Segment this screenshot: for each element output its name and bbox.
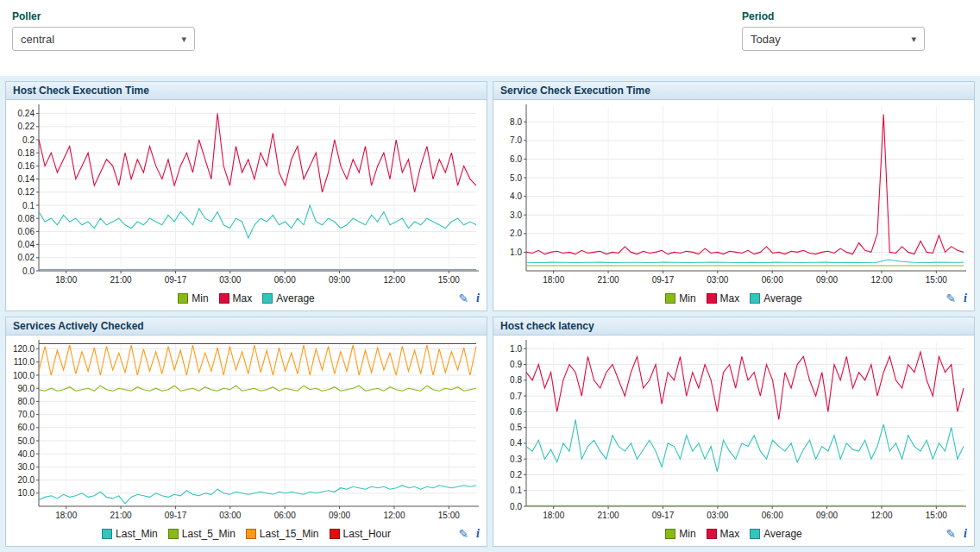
legend-label: Last_15_Min	[260, 528, 319, 540]
legend-item-last_15_min[interactable]: Last_15_Min	[246, 528, 319, 540]
svg-text:09-17: 09-17	[165, 511, 187, 520]
legend-item-min[interactable]: Min	[178, 292, 208, 304]
legend-item-max[interactable]: Max	[707, 528, 740, 540]
filter-bar: Poller central ▾ Period Today ▾	[0, 0, 980, 76]
period-filter-group: Period Today ▾	[742, 10, 925, 76]
svg-text:0.08: 0.08	[18, 214, 35, 223]
chevron-down-icon: ▾	[181, 34, 186, 45]
panel-host-check-latency: Host check latency 1.00.90.80.70.60.50.4…	[493, 317, 975, 547]
svg-text:18:00: 18:00	[543, 275, 564, 285]
edit-graph-icon[interactable]: ✎	[945, 292, 956, 305]
svg-text:03:00: 03:00	[219, 275, 241, 285]
edit-graph-icon[interactable]: ✎	[945, 527, 956, 541]
legend-swatch	[750, 293, 760, 304]
svg-text:09-17: 09-17	[652, 511, 675, 520]
svg-text:15:00: 15:00	[926, 275, 947, 285]
poller-select[interactable]: central ▾	[12, 27, 195, 51]
chart-legend-row: Last_MinLast_5_MinLast_15_MinLast_Hour ✎…	[6, 524, 487, 544]
svg-text:20.0: 20.0	[18, 475, 35, 485]
legend-item-last_5_min[interactable]: Last_5_Min	[168, 528, 236, 540]
svg-text:50.0: 50.0	[18, 436, 35, 446]
legend-swatch	[168, 529, 179, 539]
svg-text:0.12: 0.12	[18, 187, 35, 197]
svg-text:0.2: 0.2	[22, 135, 35, 145]
svg-text:90.0: 90.0	[18, 384, 35, 393]
edit-graph-icon[interactable]: ✎	[458, 292, 468, 305]
legend-item-min[interactable]: Min	[665, 292, 695, 304]
svg-text:09:00: 09:00	[816, 275, 838, 285]
svg-text:8.0: 8.0	[510, 117, 522, 127]
svg-text:09-17: 09-17	[165, 275, 187, 285]
panel-service-check-execution-time: Service Check Execution Time 8.07.06.05.…	[493, 81, 975, 311]
chart-area: 120.0110.0100.090.080.070.060.050.040.03…	[6, 336, 487, 524]
svg-text:21:00: 21:00	[598, 511, 619, 520]
svg-text:0.6: 0.6	[510, 407, 522, 417]
legend-label: Last_Hour	[343, 528, 391, 540]
legend-label: Average	[763, 528, 801, 540]
svg-text:1.0: 1.0	[510, 248, 522, 257]
legend-label: Min	[679, 292, 695, 304]
chart-legend-row: MinMaxAverage ✎ i	[6, 288, 487, 309]
legend-item-average[interactable]: Average	[750, 528, 801, 540]
panel-host-check-execution-time: Host Check Execution Time 0.240.220.20.1…	[5, 81, 487, 311]
legend-items: MinMaxAverage	[665, 528, 802, 540]
chart-area: 1.00.90.80.70.60.50.40.30.20.10.018:0021…	[493, 336, 974, 524]
svg-text:15:00: 15:00	[438, 275, 460, 285]
host-check-latency-chart: 1.00.90.80.70.60.50.40.30.20.10.018:0021…	[493, 336, 974, 524]
svg-text:21:00: 21:00	[110, 511, 132, 520]
info-icon[interactable]: i	[476, 292, 480, 305]
period-label: Period	[742, 10, 925, 22]
chart-legend-row: MinMaxAverage ✎ i	[493, 288, 974, 309]
legend-label: Last_5_Min	[182, 528, 236, 540]
svg-text:06:00: 06:00	[274, 275, 296, 285]
svg-text:30.0: 30.0	[18, 462, 35, 472]
svg-text:0.18: 0.18	[18, 148, 35, 158]
svg-text:12:00: 12:00	[870, 511, 892, 520]
svg-text:0.24: 0.24	[18, 109, 35, 118]
legend-item-last_min[interactable]: Last_Min	[102, 528, 158, 540]
svg-text:40.0: 40.0	[18, 449, 35, 459]
svg-text:09:00: 09:00	[329, 511, 350, 520]
svg-text:2.0: 2.0	[510, 229, 522, 238]
legend-item-last_hour[interactable]: Last_Hour	[330, 528, 391, 540]
chevron-down-icon: ▾	[911, 34, 916, 45]
chart-area: 8.07.06.05.04.03.02.01.018:0021:0009-170…	[493, 100, 974, 288]
svg-text:0.7: 0.7	[510, 392, 522, 401]
legend-item-average[interactable]: Average	[750, 292, 801, 304]
panel-title: Service Check Execution Time	[493, 82, 974, 100]
svg-text:0.8: 0.8	[510, 375, 522, 385]
period-select-value: Today	[751, 33, 781, 46]
chart-area: 0.240.220.20.180.160.140.120.10.080.060.…	[6, 100, 487, 288]
svg-text:5.0: 5.0	[510, 173, 522, 183]
svg-text:70.0: 70.0	[18, 410, 35, 419]
svg-text:3.0: 3.0	[510, 210, 522, 220]
legend-item-max[interactable]: Max	[707, 292, 740, 304]
legend-item-min[interactable]: Min	[665, 528, 695, 540]
svg-text:15:00: 15:00	[926, 511, 947, 520]
panel-title: Services Actively Checked	[6, 317, 487, 336]
legend-swatch	[178, 293, 188, 304]
legend-label: Min	[679, 528, 695, 540]
services-actively-checked-chart: 120.0110.0100.090.080.070.060.050.040.03…	[6, 336, 487, 524]
info-icon[interactable]: i	[476, 527, 480, 541]
svg-text:18:00: 18:00	[543, 511, 564, 520]
legend-swatch	[330, 529, 340, 539]
svg-text:0.14: 0.14	[18, 174, 35, 184]
svg-text:09:00: 09:00	[329, 275, 350, 285]
info-icon[interactable]: i	[964, 292, 967, 305]
legend-icons: ✎ i	[945, 524, 967, 544]
svg-text:06:00: 06:00	[762, 511, 783, 520]
edit-graph-icon[interactable]: ✎	[458, 527, 468, 541]
svg-text:60.0: 60.0	[18, 423, 35, 432]
period-select[interactable]: Today ▾	[742, 27, 925, 51]
svg-text:12:00: 12:00	[383, 275, 405, 285]
svg-text:0.3: 0.3	[510, 455, 522, 464]
legend-item-max[interactable]: Max	[219, 292, 253, 304]
svg-text:100.0: 100.0	[13, 371, 35, 380]
poller-select-value: central	[21, 33, 54, 46]
legend-items: MinMaxAverage	[665, 292, 802, 304]
dashboard-page: Poller central ▾ Period Today ▾ Host Che…	[0, 0, 980, 552]
info-icon[interactable]: i	[964, 527, 967, 541]
legend-icons: ✎ i	[945, 288, 967, 309]
legend-item-average[interactable]: Average	[262, 292, 314, 304]
